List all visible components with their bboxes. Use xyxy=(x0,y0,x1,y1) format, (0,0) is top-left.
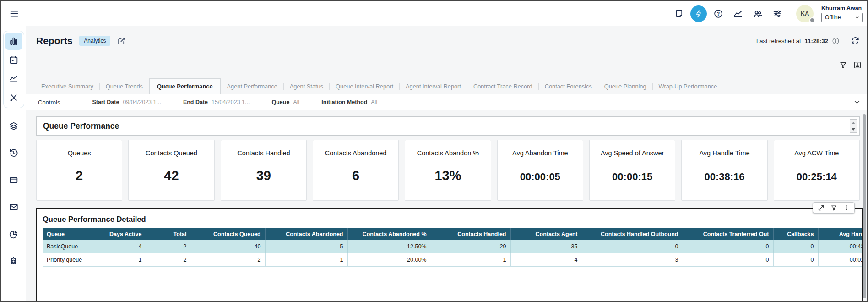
table-cell: 2 xyxy=(146,240,191,253)
status-dropdown-value: Offline xyxy=(825,14,841,21)
tab-queue-trends[interactable]: Queue Trends xyxy=(100,79,149,94)
calendar-icon xyxy=(9,55,19,65)
chevron-down-icon xyxy=(855,15,860,20)
expand-icon[interactable] xyxy=(818,204,825,211)
tab-contract-trace-record[interactable]: Contract Trace Record xyxy=(467,79,538,94)
column-header-contacts-handled-outbound[interactable]: Contacts Handled Outbound xyxy=(582,228,683,240)
refresh-icon[interactable] xyxy=(851,36,860,45)
queue-performance-table: QueueDays ActiveTotalContacts QueuedCont… xyxy=(43,228,863,267)
sidebar-item-line-chart[interactable] xyxy=(5,70,22,88)
kpi-value: 6 xyxy=(313,168,398,183)
kpi-card-avg-speed-of-answer: Avg Speed of Answer00:00:15 xyxy=(589,140,675,201)
sidebar xyxy=(1,26,26,301)
column-header-contacts-abandoned[interactable]: Contacts Abandoned % xyxy=(347,228,431,240)
column-header-contacts-agent[interactable]: Contacts Agent xyxy=(510,228,582,240)
help-icon[interactable]: ? xyxy=(710,5,727,22)
control-field-start-date[interactable]: Start Date09/04/2023 1... xyxy=(92,99,161,105)
table-cell: 1 xyxy=(265,253,347,267)
tab-agent-status[interactable]: Agent Status xyxy=(284,79,329,94)
column-header-avg-handl[interactable]: Avg Handl. xyxy=(818,228,863,240)
tab-agent-interval-report[interactable]: Agent Interval Report xyxy=(400,79,467,94)
tab-queue-interval-report[interactable]: Queue Interval Report xyxy=(330,79,399,94)
tab-wrap-up-performance[interactable]: Wrap-Up Performance xyxy=(653,79,723,94)
column-header-queue[interactable]: Queue xyxy=(43,228,103,240)
download-icon[interactable] xyxy=(853,61,862,70)
kpi-card-avg-acw-time: Avg ACW Time00:25:14 xyxy=(774,140,860,201)
insights-lightning-icon[interactable] xyxy=(690,5,707,22)
table-header-row: QueueDays ActiveTotalContacts QueuedCont… xyxy=(43,228,863,240)
filter-funnel-icon[interactable] xyxy=(839,61,847,70)
note-icon[interactable] xyxy=(671,5,687,22)
filter-funnel-icon[interactable] xyxy=(830,204,837,211)
tab-agent-performance[interactable]: Agent Performance xyxy=(221,79,283,94)
kebab-menu-icon[interactable] xyxy=(843,204,850,211)
stepper-down-icon[interactable] xyxy=(852,128,855,131)
control-field-value: All xyxy=(371,99,377,105)
users-icon[interactable] xyxy=(749,5,766,22)
column-header-contacts-tranferred-out[interactable]: Contacts Tranferred Out xyxy=(683,228,773,240)
column-header-contacts-abandoned[interactable]: Contacts Abandoned xyxy=(265,228,347,240)
kpi-value: 13% xyxy=(405,168,490,183)
column-header-callbacks[interactable]: Callbacks xyxy=(773,228,818,240)
column-header-total[interactable]: Total xyxy=(146,228,191,240)
sidebar-item-history[interactable] xyxy=(5,144,22,162)
last-refreshed-time: 11:28:32 xyxy=(805,38,828,44)
vertical-scrollbar[interactable] xyxy=(863,114,866,298)
control-field-initiation-method[interactable]: Initiation MethodAll xyxy=(321,99,377,105)
table-cell: 00:01:1 xyxy=(818,253,863,267)
kpi-row: Queues2Contacts Queued42Contacts Handled… xyxy=(36,140,860,201)
sidebar-item-window[interactable] xyxy=(5,171,22,189)
column-header-days-active[interactable]: Days Active xyxy=(103,228,146,240)
tab-bar: Executive SummaryQueue TrendsQueue Perfo… xyxy=(26,78,867,94)
sidebar-item-mail[interactable] xyxy=(5,198,22,216)
sidebar-item-settings[interactable] xyxy=(5,253,22,270)
avatar[interactable]: KA xyxy=(796,5,814,22)
kpi-label: Contacts Abandoned xyxy=(313,149,398,157)
status-dropdown[interactable]: Offline xyxy=(821,13,863,22)
tab-contact-forensics[interactable]: Contact Forensics xyxy=(539,79,598,94)
controls-bar: Controls Start Date09/04/2023 1...End Da… xyxy=(26,94,867,110)
column-header-contacts-queued[interactable]: Contacts Queued xyxy=(191,228,265,240)
app-window: ? KA Khurram Awan Offline xyxy=(0,0,868,302)
control-field-end-date[interactable]: End Date15/04/2023 1... xyxy=(183,99,250,105)
control-field-value: 15/04/2023 1... xyxy=(212,99,250,105)
sidebar-item-pie-chart[interactable] xyxy=(5,225,22,243)
column-header-contacts-handled[interactable]: Contacts Handled xyxy=(431,228,510,240)
controls-chevron-down-icon[interactable] xyxy=(853,99,861,106)
main-content: Reports Analytics Last refreshed at 11:2… xyxy=(26,26,867,301)
table-cell: 00:42:2 xyxy=(818,240,863,253)
sidebar-item-reports[interactable] xyxy=(5,33,22,50)
external-link-icon[interactable] xyxy=(117,37,126,45)
table-cell: BasicQueue xyxy=(43,240,103,253)
stepper-control[interactable] xyxy=(850,119,857,133)
table-cell: 2 xyxy=(191,253,265,267)
table-cell: 20.00% xyxy=(347,253,431,267)
kpi-value: 39 xyxy=(221,168,306,183)
table-row-priority-queue[interactable]: Priority queue122120.00%1430000:01:1 xyxy=(43,253,863,267)
tab-queue-performance[interactable]: Queue Performance xyxy=(149,78,221,94)
layers-icon xyxy=(9,121,19,131)
svg-text:?: ? xyxy=(717,11,720,16)
tab-queue-planning[interactable]: Queue Planning xyxy=(598,79,652,94)
kpi-value: 42 xyxy=(129,168,214,183)
panel-toolbar xyxy=(813,202,855,214)
sidebar-item-layers[interactable] xyxy=(5,117,22,135)
table-cell: 12.50% xyxy=(347,240,431,253)
sidebar-item-calendar[interactable] xyxy=(5,51,22,69)
stepper-up-icon[interactable] xyxy=(852,122,855,124)
metrics-chart-icon[interactable] xyxy=(730,5,746,22)
table-cell: 1 xyxy=(431,253,510,267)
controls-label: Controls xyxy=(38,99,60,106)
tab-executive-summary[interactable]: Executive Summary xyxy=(35,79,99,94)
preferences-sliders-icon[interactable] xyxy=(769,5,786,22)
line-chart-icon xyxy=(9,74,19,84)
info-icon[interactable] xyxy=(832,37,840,45)
kpi-card-contacts-abandoned: Contacts Abandoned6 xyxy=(313,140,399,201)
table-cell: 0 xyxy=(582,240,683,253)
sidebar-item-design[interactable] xyxy=(5,89,22,106)
control-field-value: All xyxy=(293,99,299,105)
hamburger-menu-icon[interactable] xyxy=(6,6,22,22)
control-field-queue[interactable]: QueueAll xyxy=(271,99,299,105)
table-row-basicqueue[interactable]: BasicQueue4240512.50%293500000:42:2 xyxy=(43,240,863,253)
mail-icon xyxy=(9,202,19,212)
